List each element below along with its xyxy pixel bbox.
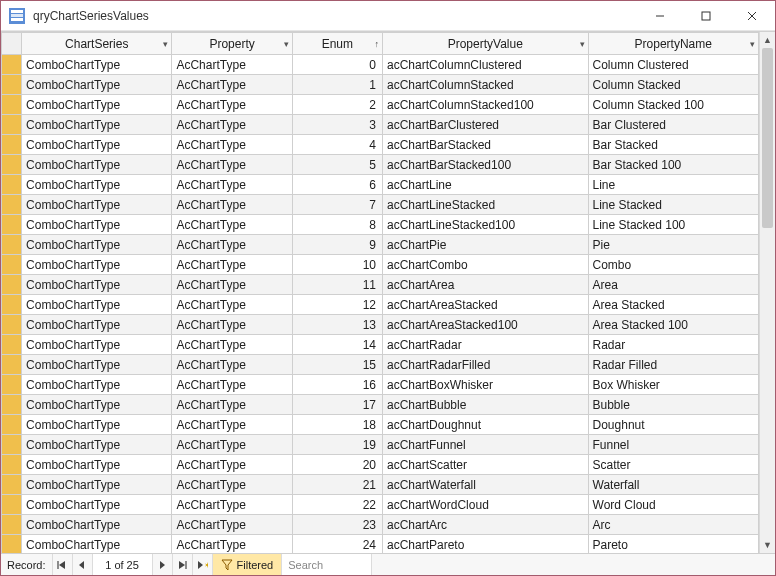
cell-propertyvalue[interactable]: acChartAreaStacked100 [382, 315, 588, 335]
cell-chartseries[interactable]: ComboChartType [22, 135, 172, 155]
table-row[interactable]: ComboChartTypeAcChartType2acChartColumnS… [2, 95, 759, 115]
cell-chartseries[interactable]: ComboChartType [22, 335, 172, 355]
row-selector[interactable] [2, 215, 22, 235]
cell-propertyvalue[interactable]: acChartRadar [382, 335, 588, 355]
cell-chartseries[interactable]: ComboChartType [22, 395, 172, 415]
chevron-down-icon[interactable]: ▾ [284, 39, 289, 49]
cell-propertyvalue[interactable]: acChartLineStacked [382, 195, 588, 215]
cell-propertyname[interactable]: Word Cloud [588, 495, 758, 515]
cell-enum[interactable]: 9 [292, 235, 382, 255]
cell-chartseries[interactable]: ComboChartType [22, 235, 172, 255]
cell-propertyname[interactable]: Box Whisker [588, 375, 758, 395]
cell-enum[interactable]: 22 [292, 495, 382, 515]
cell-propertyvalue[interactable]: acChartFunnel [382, 435, 588, 455]
cell-property[interactable]: AcChartType [172, 115, 292, 135]
cell-chartseries[interactable]: ComboChartType [22, 355, 172, 375]
chevron-down-icon[interactable]: ▾ [750, 39, 755, 49]
col-header-property[interactable]: Property ▾ [172, 33, 292, 55]
scroll-thumb[interactable] [762, 48, 773, 228]
cell-property[interactable]: AcChartType [172, 175, 292, 195]
row-selector[interactable] [2, 135, 22, 155]
scroll-up-arrow-icon[interactable]: ▲ [760, 32, 775, 48]
table-row[interactable]: ComboChartTypeAcChartType7acChartLineSta… [2, 195, 759, 215]
cell-property[interactable]: AcChartType [172, 155, 292, 175]
cell-enum[interactable]: 11 [292, 275, 382, 295]
cell-propertyvalue[interactable]: acChartBarStacked [382, 135, 588, 155]
table-row[interactable]: ComboChartTypeAcChartType16acChartBoxWhi… [2, 375, 759, 395]
cell-enum[interactable]: 4 [292, 135, 382, 155]
table-row[interactable]: ComboChartTypeAcChartType8acChartLineSta… [2, 215, 759, 235]
col-header-propertyvalue[interactable]: PropertyValue ▾ [382, 33, 588, 55]
cell-property[interactable]: AcChartType [172, 395, 292, 415]
row-selector[interactable] [2, 535, 22, 554]
cell-propertyname[interactable]: Radar Filled [588, 355, 758, 375]
cell-chartseries[interactable]: ComboChartType [22, 435, 172, 455]
chevron-down-icon[interactable]: ▾ [163, 39, 168, 49]
search-input[interactable]: Search [282, 554, 372, 575]
cell-propertyname[interactable]: Area Stacked [588, 295, 758, 315]
table-row[interactable]: ComboChartTypeAcChartType20acChartScatte… [2, 455, 759, 475]
cell-enum[interactable]: 20 [292, 455, 382, 475]
row-selector[interactable] [2, 235, 22, 255]
cell-enum[interactable]: 5 [292, 155, 382, 175]
cell-property[interactable]: AcChartType [172, 235, 292, 255]
last-record-button[interactable] [173, 554, 193, 575]
row-selector[interactable] [2, 295, 22, 315]
cell-chartseries[interactable]: ComboChartType [22, 195, 172, 215]
close-button[interactable] [729, 1, 775, 30]
cell-property[interactable]: AcChartType [172, 95, 292, 115]
cell-property[interactable]: AcChartType [172, 215, 292, 235]
row-selector[interactable] [2, 155, 22, 175]
cell-chartseries[interactable]: ComboChartType [22, 315, 172, 335]
cell-enum[interactable]: 23 [292, 515, 382, 535]
cell-chartseries[interactable]: ComboChartType [22, 535, 172, 554]
table-row[interactable]: ComboChartTypeAcChartType12acChartAreaSt… [2, 295, 759, 315]
col-header-enum[interactable]: Enum ↑ [292, 33, 382, 55]
cell-propertyname[interactable]: Column Clustered [588, 55, 758, 75]
cell-propertyvalue[interactable]: acChartLine [382, 175, 588, 195]
cell-property[interactable]: AcChartType [172, 515, 292, 535]
cell-enum[interactable]: 16 [292, 375, 382, 395]
col-header-propertyname[interactable]: PropertyName ▾ [588, 33, 758, 55]
cell-enum[interactable]: 14 [292, 335, 382, 355]
minimize-button[interactable] [637, 1, 683, 30]
cell-property[interactable]: AcChartType [172, 335, 292, 355]
first-record-button[interactable] [53, 554, 73, 575]
cell-chartseries[interactable]: ComboChartType [22, 75, 172, 95]
row-selector[interactable] [2, 175, 22, 195]
cell-property[interactable]: AcChartType [172, 255, 292, 275]
cell-chartseries[interactable]: ComboChartType [22, 275, 172, 295]
cell-chartseries[interactable]: ComboChartType [22, 155, 172, 175]
cell-propertyname[interactable]: Area Stacked 100 [588, 315, 758, 335]
cell-propertyname[interactable]: Radar [588, 335, 758, 355]
table-row[interactable]: ComboChartTypeAcChartType10acChartComboC… [2, 255, 759, 275]
cell-propertyname[interactable]: Bar Clustered [588, 115, 758, 135]
prev-record-button[interactable] [73, 554, 93, 575]
table-row[interactable]: ComboChartTypeAcChartType6acChartLineLin… [2, 175, 759, 195]
vertical-scrollbar[interactable]: ▲ ▼ [759, 32, 775, 553]
cell-propertyname[interactable]: Scatter [588, 455, 758, 475]
table-row[interactable]: ComboChartTypeAcChartType19acChartFunnel… [2, 435, 759, 455]
cell-enum[interactable]: 8 [292, 215, 382, 235]
cell-property[interactable]: AcChartType [172, 455, 292, 475]
cell-property[interactable]: AcChartType [172, 495, 292, 515]
table-row[interactable]: ComboChartTypeAcChartType24acChartPareto… [2, 535, 759, 554]
cell-propertyname[interactable]: Doughnut [588, 415, 758, 435]
row-selector[interactable] [2, 95, 22, 115]
cell-propertyvalue[interactable]: acChartBarStacked100 [382, 155, 588, 175]
cell-propertyvalue[interactable]: acChartColumnStacked100 [382, 95, 588, 115]
row-selector[interactable] [2, 195, 22, 215]
table-row[interactable]: ComboChartTypeAcChartType18acChartDoughn… [2, 415, 759, 435]
table-row[interactable]: ComboChartTypeAcChartType21acChartWaterf… [2, 475, 759, 495]
sort-asc-icon[interactable]: ↑ [374, 39, 379, 49]
cell-chartseries[interactable]: ComboChartType [22, 215, 172, 235]
row-selector[interactable] [2, 375, 22, 395]
table-row[interactable]: ComboChartTypeAcChartType9acChartPiePie [2, 235, 759, 255]
cell-propertyname[interactable]: Bar Stacked 100 [588, 155, 758, 175]
row-selector[interactable] [2, 275, 22, 295]
row-selector[interactable] [2, 115, 22, 135]
cell-enum[interactable]: 19 [292, 435, 382, 455]
cell-enum[interactable]: 10 [292, 255, 382, 275]
cell-propertyname[interactable]: Bubble [588, 395, 758, 415]
cell-property[interactable]: AcChartType [172, 195, 292, 215]
